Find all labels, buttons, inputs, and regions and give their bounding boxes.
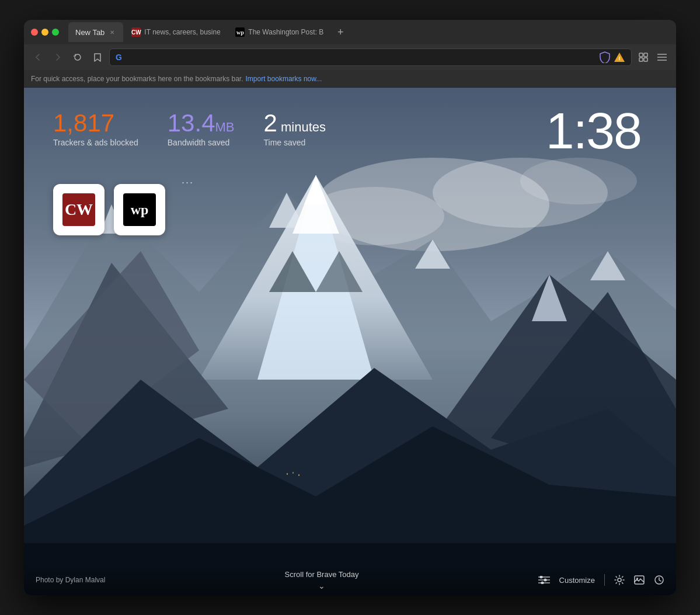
- favicon-cw: CW: [62, 193, 95, 226]
- tab-favicon-wp: wp: [235, 27, 245, 37]
- extensions-button[interactable]: [635, 49, 652, 65]
- tab-new-tab[interactable]: New Tab ✕: [68, 22, 123, 42]
- svg-rect-4: [644, 58, 647, 61]
- address-bar[interactable]: G !: [109, 48, 632, 66]
- traffic-lights: [31, 29, 59, 36]
- photo-credit: Photo by Dylan Malval: [36, 576, 105, 584]
- svg-rect-34: [298, 474, 299, 476]
- stat-time-value: 2 minutes: [264, 111, 326, 135]
- customize-sliders-icon: [538, 576, 550, 584]
- more-options-dots[interactable]: ···: [182, 176, 194, 189]
- svg-point-36: [539, 576, 542, 579]
- tab-it-news[interactable]: CW IT news, careers, business technolo..…: [124, 22, 227, 42]
- stat-trackers: 1,817 Trackers & ads blocked: [53, 111, 138, 147]
- bookmark-button[interactable]: [89, 49, 106, 65]
- bookmarks-text: For quick access, place your bookmarks h…: [31, 75, 243, 83]
- tab-label: New Tab: [75, 28, 105, 37]
- history-icon-button[interactable]: [654, 575, 664, 585]
- svg-point-12: [520, 158, 637, 204]
- google-logo: G: [116, 53, 122, 62]
- svg-point-40: [541, 582, 544, 585]
- stat-time-label: Time saved: [264, 138, 326, 147]
- svg-rect-2: [644, 53, 647, 57]
- bookmarks-bar: For quick access, place your bookmarks h…: [24, 70, 676, 88]
- speed-dial-item-cw[interactable]: CW: [53, 184, 105, 235]
- wallpaper-icon-button[interactable]: [634, 575, 645, 585]
- tab-list: New Tab ✕ CW IT news, careers, business …: [68, 22, 669, 42]
- minimize-button[interactable]: [41, 29, 48, 36]
- titlebar: New Tab ✕ CW IT news, careers, business …: [24, 20, 676, 44]
- history-icon: [654, 575, 664, 585]
- speed-dial: CW wp: [53, 184, 165, 235]
- reload-button[interactable]: [69, 49, 86, 65]
- stat-bandwidth-label: Bandwidth saved: [168, 138, 235, 147]
- stat-trackers-label: Trackers & ads blocked: [53, 138, 138, 147]
- bottom-bar: Photo by Dylan Malval Scroll for Brave T…: [24, 565, 676, 595]
- import-bookmarks-link[interactable]: Import bookmarks now...: [246, 75, 322, 83]
- new-tab-page: 1,817 Trackers & ads blocked 13.4MB Band…: [24, 88, 676, 595]
- stat-bandwidth-value: 13.4MB: [168, 111, 235, 135]
- background-image: [24, 88, 676, 595]
- navbar: G !: [24, 44, 676, 70]
- chevron-down-icon: ⌄: [318, 581, 325, 590]
- tab-label-wp: The Washington Post: Breaking New...: [248, 28, 324, 36]
- svg-rect-32: [287, 473, 288, 475]
- tab-favicon-cw: CW: [131, 27, 141, 37]
- brave-today-button[interactable]: Scroll for Brave Today ⌄: [285, 570, 359, 590]
- brave-today-text: Scroll for Brave Today: [285, 570, 359, 579]
- svg-point-41: [618, 578, 621, 582]
- brave-shield-icon: [600, 51, 610, 63]
- bottom-divider: [604, 574, 605, 586]
- svg-rect-1: [639, 53, 643, 57]
- customize-label: Customize: [559, 576, 595, 585]
- settings-icon: [614, 575, 625, 585]
- tab-washington-post[interactable]: wp The Washington Post: Breaking New...: [228, 22, 331, 42]
- wallpaper-icon: [634, 575, 645, 585]
- stat-trackers-value: 1,817: [53, 111, 138, 135]
- clock-display: 1:38: [546, 105, 641, 157]
- close-button[interactable]: [31, 29, 38, 36]
- toolbar-right: [635, 49, 670, 65]
- warning-icon: !: [614, 52, 625, 62]
- url-input[interactable]: [126, 53, 596, 62]
- back-button[interactable]: [30, 49, 46, 65]
- customize-button[interactable]: Customize: [559, 576, 595, 585]
- bottom-actions: Customize: [538, 574, 664, 586]
- svg-point-38: [544, 579, 546, 582]
- menu-button[interactable]: [654, 49, 670, 65]
- svg-rect-3: [639, 58, 643, 61]
- tab-close-new-tab[interactable]: ✕: [108, 28, 116, 36]
- tab-label-it: IT news, careers, business technolo...: [144, 28, 220, 36]
- speed-dial-item-wp[interactable]: wp: [114, 184, 165, 235]
- forward-button[interactable]: [50, 49, 66, 65]
- settings-icon-button[interactable]: [614, 575, 625, 585]
- svg-rect-33: [292, 472, 294, 474]
- favicon-wp: wp: [123, 193, 156, 226]
- stat-time: 2 minutes Time saved: [264, 111, 326, 147]
- svg-text:!: !: [619, 55, 621, 61]
- stats-panel: 1,817 Trackers & ads blocked 13.4MB Band…: [53, 111, 326, 147]
- new-tab-button[interactable]: +: [332, 24, 349, 40]
- maximize-button[interactable]: [52, 29, 59, 36]
- stat-bandwidth: 13.4MB Bandwidth saved: [168, 111, 235, 147]
